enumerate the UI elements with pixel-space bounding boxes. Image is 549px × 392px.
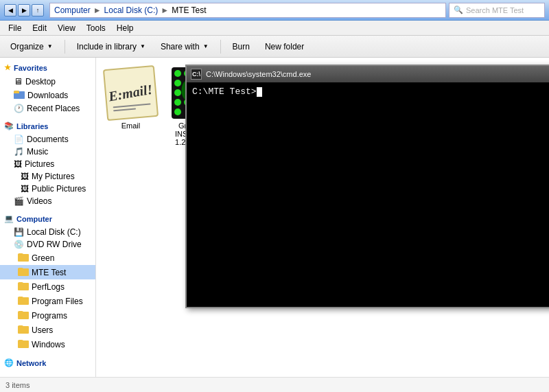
organize-arrow: ▼	[47, 43, 53, 49]
network-label: Network	[16, 359, 46, 367]
sidebar-item-downloads[interactable]: Downloads	[0, 88, 95, 102]
windows-icon	[18, 338, 29, 350]
windows-label: Windows	[32, 340, 65, 349]
videos-label: Videos	[27, 196, 51, 206]
sidebar-item-desktop[interactable]: 🖥 Desktop	[0, 75, 95, 88]
dvd-label: DVD RW Drive	[27, 240, 82, 249]
perflogs-label: PerfLogs	[32, 282, 65, 292]
menu-file[interactable]: File	[3, 22, 27, 34]
path-localdisk[interactable]: Local Disk (C:)	[104, 5, 159, 15]
new-folder-label: New folder	[265, 42, 304, 51]
localdisk-label: Local Disk (C:)	[27, 227, 81, 237]
path-computer[interactable]: Computer	[54, 5, 91, 15]
pictures-label: Pictures	[25, 159, 54, 169]
path-current: MTE Test	[172, 5, 206, 15]
new-folder-button[interactable]: New folder	[259, 39, 310, 54]
content-area: E:mail! Email	[96, 58, 549, 377]
sidebar-item-mte-test[interactable]: MTE Test	[0, 265, 95, 279]
downloads-icon	[14, 89, 25, 101]
programs-icon	[18, 310, 29, 321]
toolbar: Organize ▼ Include in library ▼ Share wi…	[0, 36, 549, 58]
cmd-title-text: C:\Windows\system32\cmd.exe	[206, 70, 549, 78]
burn-button[interactable]: Burn	[226, 39, 256, 54]
include-library-label: Include in library	[77, 42, 137, 51]
status-bar: 3 items	[0, 377, 549, 392]
sidebar-item-green[interactable]: Green	[0, 251, 95, 265]
titlebar-buttons[interactable]: ◀ ▶ ↑	[4, 4, 44, 16]
users-icon	[18, 324, 29, 336]
forward-button[interactable]: ▶	[18, 4, 30, 16]
search-placeholder: Search MTE Test	[466, 6, 524, 14]
recent-places-icon: 🕐	[14, 104, 24, 113]
favorites-star-icon: ★	[4, 63, 11, 72]
back-button[interactable]: ◀	[4, 4, 16, 16]
network-header[interactable]: 🌐 Network	[0, 356, 95, 370]
search-box[interactable]: 🔍 Search MTE Test	[449, 3, 545, 18]
main-area: ★ Favorites 🖥 Desktop Downloads 🕐 Recent…	[0, 58, 549, 377]
email-line-1	[113, 104, 151, 108]
share-with-button[interactable]: Share with ▼	[154, 39, 215, 54]
sidebar-item-recent-places[interactable]: 🕐 Recent Places	[0, 102, 95, 115]
sidebar-item-music[interactable]: 🎵 Music	[0, 146, 95, 158]
mte-test-label: MTE Test	[32, 268, 66, 277]
sidebar-item-localdisk[interactable]: 💾 Local Disk (C:)	[0, 226, 95, 238]
burn-label: Burn	[233, 42, 250, 51]
up-button[interactable]: ↑	[32, 4, 44, 16]
sidebar-item-pictures[interactable]: 🖼 Pictures	[0, 158, 95, 170]
videos-icon: 🎬	[14, 196, 24, 206]
programs-label: Programs	[32, 311, 67, 321]
cmd-prompt: C:\MTE Test>	[192, 87, 257, 97]
public-pictures-icon: 🖼	[21, 184, 29, 194]
menu-bar: File Edit View Tools Help	[0, 21, 549, 36]
include-library-button[interactable]: Include in library ▼	[71, 39, 152, 54]
libraries-header[interactable]: 📚 Libraries	[0, 119, 95, 133]
menu-view[interactable]: View	[52, 22, 81, 34]
sidebar-item-documents[interactable]: 📄 Documents	[0, 133, 95, 146]
sidebar-item-programs[interactable]: Programs	[0, 308, 95, 323]
email-line-2	[113, 108, 136, 111]
cmd-window: C:\ C:\Windows\system32\cmd.exe — ◻ ✕ C:…	[185, 65, 549, 308]
recent-places-label: Recent Places	[27, 104, 80, 113]
perflogs-icon	[18, 281, 29, 292]
music-label: Music	[27, 147, 48, 157]
computer-header[interactable]: 💻 Computer	[0, 211, 95, 226]
sidebar-item-videos[interactable]: 🎬 Videos	[0, 195, 95, 207]
pictures-icon: 🖼	[14, 159, 22, 169]
organize-button[interactable]: Organize ▼	[4, 39, 59, 54]
sidebar-item-public-pictures[interactable]: 🖼 Public Pictures	[0, 183, 95, 195]
programfiles-icon	[18, 295, 29, 307]
my-pictures-icon: 🖼	[21, 172, 29, 181]
search-icon: 🔍	[454, 5, 463, 14]
users-label: Users	[32, 325, 53, 335]
public-pictures-label: Public Pictures	[32, 184, 86, 194]
cmd-body[interactable]: C:\MTE Test>	[187, 82, 549, 307]
email-label: Email	[104, 122, 159, 130]
downloads-label: Downloads	[27, 91, 68, 100]
sidebar-item-dvd[interactable]: 💿 DVD RW Drive	[0, 238, 95, 251]
email-icon: E:mail!	[103, 65, 159, 121]
green-label: Green	[32, 253, 54, 263]
mte-folder-icon	[18, 266, 29, 278]
address-bar[interactable]: Computer ► Local Disk (C:) ► MTE Test	[49, 3, 446, 18]
network-icon: 🌐	[4, 358, 14, 367]
localdisk-icon: 💾	[14, 227, 24, 237]
cmd-title-icon: C:\	[191, 69, 202, 80]
menu-tools[interactable]: Tools	[81, 22, 111, 34]
favorites-header[interactable]: ★ Favorites	[0, 60, 95, 75]
sidebar-item-programfiles[interactable]: Program Files	[0, 294, 95, 308]
menu-edit[interactable]: Edit	[27, 22, 52, 34]
documents-icon: 📄	[14, 135, 24, 144]
toolbar-sep-1	[65, 40, 65, 54]
status-text: 3 items	[5, 381, 30, 389]
sidebar-item-perflogs[interactable]: PerfLogs	[0, 279, 95, 294]
sidebar-item-users[interactable]: Users	[0, 323, 95, 337]
file-email[interactable]: E:mail! Email	[102, 63, 160, 159]
computer-label: Computer	[16, 215, 52, 223]
share-with-label: Share with	[161, 42, 200, 51]
menu-help[interactable]: Help	[111, 22, 139, 34]
sidebar-item-my-pictures[interactable]: 🖼 My Pictures	[0, 170, 95, 183]
cmd-content-row: C:\MTE Test> ▲ ▼	[187, 82, 549, 307]
music-icon: 🎵	[14, 147, 24, 157]
sidebar-item-windows[interactable]: Windows	[0, 337, 95, 351]
libraries-icon: 📚	[4, 122, 14, 130]
